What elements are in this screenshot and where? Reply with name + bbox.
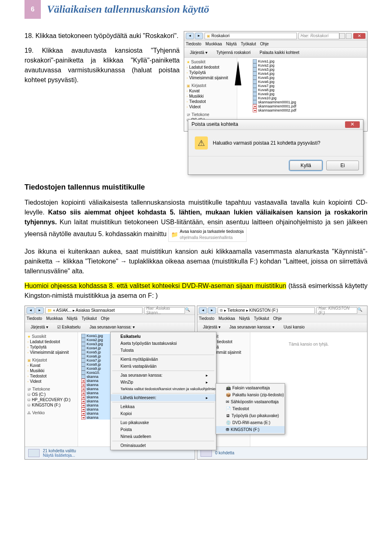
share-button[interactable]: Jaa seuraavan kanssa: ▾ (87, 324, 137, 330)
no-button[interactable]: Ei (326, 161, 359, 170)
organize-button[interactable]: Järjestä ▾ (200, 324, 223, 330)
sidebar-item[interactable]: ⛁HP_RECOVERY (D:) (27, 397, 76, 402)
context-item[interactable]: Kierrä myötäpäivään (111, 356, 216, 363)
page-header: 6 Väliaikaisen tallennuskansion käyttö (24, 0, 368, 19)
list-item[interactable]: Kuva3.jpg (253, 67, 364, 71)
confirm-dialog: Poista useita kohteita ✕ ⚠ Haluatko varm… (188, 119, 363, 175)
menu-file[interactable]: Tiedosto (186, 42, 201, 46)
empty-recycle-button[interactable]: Tyhjennä roskakori (214, 49, 253, 56)
list-item[interactable]: skannaaminen0001.jpg (253, 100, 364, 104)
context-item[interactable]: Nimeä uudelleen (111, 433, 216, 440)
submenu-item[interactable]: 🖥Työpöytä (luo pikakuvake) (216, 412, 285, 419)
menu-file[interactable]: Tiedosto (27, 316, 42, 321)
sidebar-item[interactable]: ▫Videot (186, 104, 235, 109)
list-item[interactable]: Kuva10.jpg (253, 96, 364, 100)
highlight-paragraph: Huomioi ohjeessa kohdassa 8. että valits… (24, 281, 368, 301)
sidebar-item[interactable]: ▫Tiedostot (27, 373, 76, 379)
sidebar-item[interactable]: ▫Viimeisimmät sijainnit (186, 75, 235, 80)
list-item[interactable]: Kuva8.jpg (253, 88, 364, 92)
context-item[interactable]: Esikatselu (111, 333, 216, 340)
menu-help[interactable]: Ohje (101, 316, 109, 321)
yes-button[interactable]: Kyllä (290, 161, 322, 170)
forward-button[interactable]: ► (208, 307, 216, 314)
menu-tools[interactable]: Työkalut (82, 316, 97, 321)
menu-edit[interactable]: Muokkaa (46, 316, 63, 321)
sidebar-item[interactable]: ▫Viimeisimmät sijainnit (27, 350, 76, 355)
close-button[interactable]: ✕ (345, 121, 360, 128)
sidebar-item[interactable]: ▫Videot (27, 379, 76, 384)
context-item[interactable]: Ominaisuudet (111, 442, 216, 449)
restore-all-button[interactable]: Palauta kaikki kohteet (257, 49, 302, 56)
list-item[interactable]: Kuva2.jpg (253, 63, 364, 67)
submenu-item[interactable]: 📄Tiedostot (216, 405, 285, 412)
menu-help[interactable]: Ohje (273, 316, 282, 321)
list-item[interactable]: skannaaminen0002.pdf (253, 108, 364, 112)
menu-view[interactable]: Näytä (67, 316, 78, 321)
image-icon (253, 80, 257, 84)
context-item[interactable]: Poista (111, 426, 216, 433)
sidebar-item[interactable]: ▫Kuvat (186, 88, 235, 94)
menu-edit[interactable]: Muokkaa (205, 42, 222, 46)
menu-view[interactable]: Näytä (239, 316, 250, 321)
menu-tools[interactable]: Työkalut (241, 42, 256, 46)
context-item[interactable]: Aseta työpöydän taustakuvaksi (111, 340, 216, 347)
list-item[interactable]: Kuva5.jpg (253, 76, 364, 80)
menu-help[interactable]: Ohje (260, 42, 269, 46)
context-item[interactable]: Kierrä vastapäivään (111, 363, 216, 370)
search-input[interactable]: Hae: Roskakori (298, 33, 339, 39)
context-item[interactable]: Tarkista valitut tiedostot/kansiot virus… (111, 386, 216, 392)
context-item[interactable]: WinZip▸ (111, 379, 216, 386)
minimize-button[interactable] (339, 33, 345, 39)
sidebar-item[interactable]: ▫Tiedostot (186, 99, 235, 104)
context-item[interactable]: Luo pikakuvake (111, 419, 216, 426)
sidebar-item[interactable]: ⛁KINGSTON (F:) (27, 402, 76, 408)
submenu-item[interactable]: 📠Faksin vastaanottaja (216, 384, 285, 391)
back-button[interactable]: ◄ (199, 307, 207, 314)
organize-button[interactable]: Järjestä ▾ (187, 49, 210, 56)
usb-icon: ⛃ (226, 427, 229, 432)
search-icon[interactable]: 🔍 (357, 307, 365, 314)
sidebar-item[interactable]: ▫Työpöytä (27, 344, 76, 350)
menu-edit[interactable]: Muokkaa (218, 316, 235, 321)
sidebar-item[interactable]: ▫Musiikki (186, 94, 235, 99)
search-icon[interactable]: 🔍 (185, 307, 193, 314)
context-item[interactable]: Jaa seuraavan kanssa:▸ (111, 372, 216, 379)
context-item[interactable]: Leikkaa (111, 403, 216, 410)
sidebar-item[interactable]: ▫Työpöytä (186, 70, 235, 75)
list-item[interactable]: Kuva4.jpg (253, 71, 364, 76)
submenu-item[interactable]: 💿DVD-RW-asema (E:) (216, 419, 285, 426)
list-item[interactable]: Kuva9.jpg (253, 92, 364, 96)
sidebar-item[interactable]: ▫Musiikki (27, 368, 76, 373)
back-button[interactable]: ◄ (27, 307, 35, 314)
sidebar-item[interactable]: ⛁OS (C:) (27, 392, 76, 397)
list-item[interactable]: Kuva7.jpg (253, 84, 364, 88)
submenu-item[interactable]: 📦Pakattu kansio (zip-tiedosto) (216, 391, 285, 398)
forward-button[interactable]: ► (195, 33, 203, 39)
context-item[interactable]: Tulosta (111, 347, 216, 354)
list-item[interactable]: skannaaminen0001.pdf (253, 104, 364, 108)
submenu-item[interactable]: ✉Sähköpostin vastaanottaja (216, 398, 285, 405)
maximize-button[interactable] (346, 33, 352, 39)
search-input[interactable]: Hae: Asiakas Skann... (144, 307, 185, 314)
search-input[interactable]: Hae: KINGSTON (F:) (316, 307, 357, 314)
menu-view[interactable]: Näytä (226, 42, 237, 46)
sidebar-item[interactable]: ▫Kuvat (27, 363, 76, 368)
sendto-submenu: 📠Faksin vastaanottaja 📦Pakattu kansio (z… (216, 383, 285, 434)
list-item[interactable]: Kuva1.jpg (253, 59, 364, 63)
back-button[interactable]: ◄ (186, 33, 194, 39)
sidebar-item[interactable]: ▫Ladatut tiedostot (186, 65, 235, 70)
new-folder-button[interactable]: Uusi kansio (281, 324, 307, 330)
menu-tools[interactable]: Työkalut (254, 316, 269, 321)
close-button[interactable]: ✕ (353, 33, 365, 39)
context-item[interactable]: Kopioi (111, 410, 216, 417)
menu-file[interactable]: Tiedosto (199, 316, 214, 321)
forward-button[interactable]: ► (36, 307, 44, 314)
share-button[interactable]: Jaa seuraavan kanssa: ▾ (227, 324, 277, 330)
sidebar-item[interactable]: ▫Ladatut tiedostot (27, 339, 76, 344)
context-item-sendto[interactable]: Lähetä kohteeseen:▸ (111, 394, 216, 401)
organize-button[interactable]: Järjestä ▾ (28, 324, 51, 330)
list-item[interactable]: Kuva6.jpg (253, 80, 364, 84)
arrow-annotation (235, 61, 241, 85)
submenu-item-kingston[interactable]: ⛃KINGSTON (F:) (216, 426, 285, 433)
preview-button[interactable]: ☑ Esikatselu (55, 324, 83, 330)
